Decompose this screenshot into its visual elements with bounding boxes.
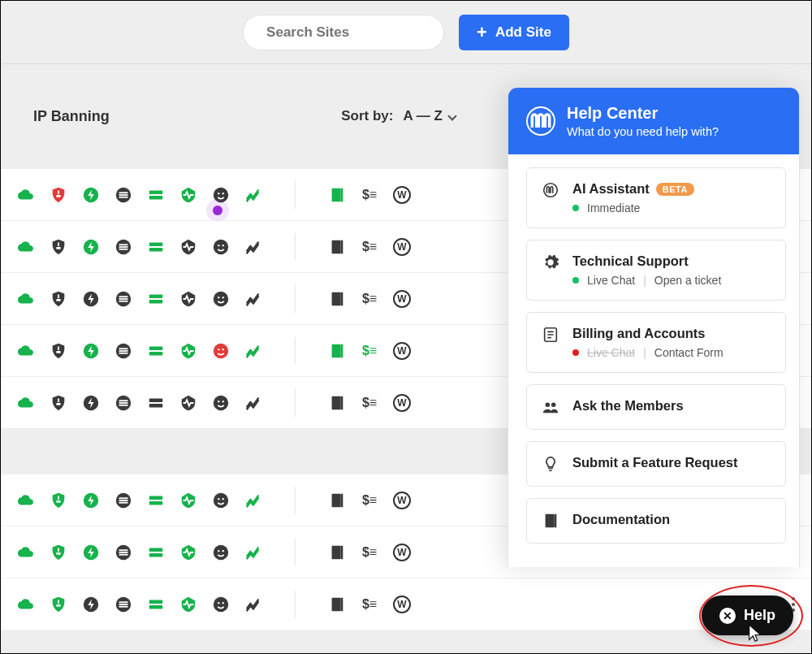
wp-icon[interactable]: W (393, 342, 411, 360)
wp-icon[interactable]: W (393, 290, 411, 308)
trend-icon[interactable] (244, 596, 262, 613)
burger-icon[interactable] (114, 544, 132, 561)
face-icon[interactable] (212, 596, 230, 613)
help-card[interactable]: AI AssistantBETAImmediate (526, 167, 786, 228)
book-icon[interactable] (328, 342, 346, 360)
dollar-icon[interactable]: $≡ (361, 544, 378, 561)
card-icon[interactable] (147, 186, 165, 204)
wp-icon[interactable]: W (393, 186, 411, 204)
card-icon[interactable] (147, 238, 165, 256)
search-box[interactable] (243, 15, 444, 50)
book-icon[interactable] (328, 544, 346, 561)
wp-icon[interactable]: W (393, 238, 411, 256)
face-icon[interactable] (212, 544, 230, 561)
help-card[interactable]: Technical SupportLive Chat|Open a ticket (526, 240, 786, 301)
bolt-icon[interactable] (82, 342, 100, 360)
help-card[interactable]: Documentation (526, 498, 786, 544)
bolt-icon[interactable] (82, 394, 100, 412)
book-icon[interactable] (328, 238, 346, 256)
shield-icon[interactable] (50, 596, 67, 613)
dollar-icon[interactable]: $≡ (361, 492, 378, 509)
shield-icon[interactable] (50, 186, 67, 204)
shield-icon[interactable] (50, 342, 67, 360)
wp-icon[interactable]: W (393, 544, 411, 561)
trend-icon[interactable] (244, 238, 262, 256)
trend-icon[interactable] (244, 544, 262, 561)
cloud-icon[interactable] (17, 394, 35, 412)
help-card[interactable]: Submit a Feature Request (526, 441, 786, 487)
pulse-icon[interactable] (179, 342, 197, 360)
card-icon[interactable] (147, 492, 165, 509)
book-icon[interactable] (328, 186, 346, 204)
pulse-icon[interactable] (179, 544, 197, 561)
dollar-icon[interactable]: $≡ (361, 238, 378, 256)
trend-icon[interactable] (244, 394, 262, 412)
burger-icon[interactable] (114, 394, 132, 412)
pulse-icon[interactable] (179, 596, 197, 613)
card-icon[interactable] (147, 342, 165, 360)
burger-icon[interactable] (114, 290, 132, 308)
face-icon[interactable] (212, 186, 230, 204)
dollar-icon[interactable]: $≡ (361, 342, 378, 360)
card-icon[interactable] (147, 290, 165, 308)
dollar-icon[interactable]: $≡ (361, 596, 378, 613)
wp-icon[interactable]: W (393, 596, 411, 613)
dollar-icon[interactable]: $≡ (361, 186, 378, 204)
card-icon[interactable] (147, 596, 165, 613)
bolt-icon[interactable] (82, 544, 100, 561)
bolt-icon[interactable] (82, 238, 100, 256)
burger-icon[interactable] (114, 238, 132, 256)
sort-control[interactable]: Sort by: A — Z (341, 108, 456, 124)
face-icon[interactable] (212, 290, 230, 308)
shield-icon[interactable] (50, 238, 67, 256)
face-icon[interactable] (212, 238, 230, 256)
shield-icon[interactable] (50, 544, 67, 561)
shield-icon[interactable] (50, 394, 67, 412)
shield-icon[interactable] (50, 290, 67, 308)
cloud-icon[interactable] (17, 596, 35, 613)
face-icon[interactable] (212, 492, 230, 509)
dollar-icon[interactable]: $≡ (361, 290, 378, 308)
shield-icon[interactable] (50, 492, 67, 509)
pulse-icon[interactable] (179, 186, 197, 204)
wp-icon[interactable]: W (393, 492, 411, 509)
trend-icon[interactable] (244, 342, 262, 360)
burger-icon[interactable] (114, 492, 132, 509)
cloud-icon[interactable] (17, 492, 35, 509)
cloud-icon[interactable] (17, 186, 35, 204)
book-icon[interactable] (328, 492, 346, 509)
cloud-icon[interactable] (17, 544, 35, 561)
burger-icon[interactable] (114, 186, 132, 204)
dollar-icon[interactable]: $≡ (361, 394, 378, 412)
face-icon[interactable] (212, 342, 230, 360)
wp-icon[interactable]: W (393, 394, 411, 412)
pulse-icon[interactable] (179, 290, 197, 308)
trend-icon[interactable] (244, 186, 262, 204)
trend-icon[interactable] (244, 290, 262, 308)
pulse-icon[interactable] (179, 492, 197, 509)
help-card[interactable]: Billing and AccountsLive Chat|Contact Fo… (526, 312, 786, 373)
cloud-icon[interactable] (17, 342, 35, 360)
face-icon[interactable] (212, 394, 230, 412)
add-site-button[interactable]: + Add Site (459, 15, 569, 50)
bolt-icon[interactable] (82, 290, 100, 308)
bolt-icon[interactable] (82, 596, 100, 613)
search-input[interactable] (266, 24, 444, 41)
help-center-body[interactable]: AI AssistantBETAImmediateTechnical Suppo… (508, 154, 799, 567)
book-icon[interactable] (328, 394, 346, 412)
pulse-icon[interactable] (179, 394, 197, 412)
cloud-icon[interactable] (17, 290, 35, 308)
book-icon[interactable] (328, 596, 346, 613)
bolt-icon[interactable] (82, 186, 100, 204)
bolt-icon[interactable] (82, 492, 100, 509)
cloud-icon[interactable] (17, 238, 35, 256)
book-icon[interactable] (328, 290, 346, 308)
table-row[interactable]: $≡W (1, 578, 811, 630)
card-icon[interactable] (147, 544, 165, 561)
help-card[interactable]: Ask the Members (526, 384, 786, 430)
burger-icon[interactable] (114, 596, 132, 613)
card-icon[interactable] (147, 394, 165, 412)
burger-icon[interactable] (114, 342, 132, 360)
trend-icon[interactable] (244, 492, 262, 509)
pulse-icon[interactable] (179, 238, 197, 256)
